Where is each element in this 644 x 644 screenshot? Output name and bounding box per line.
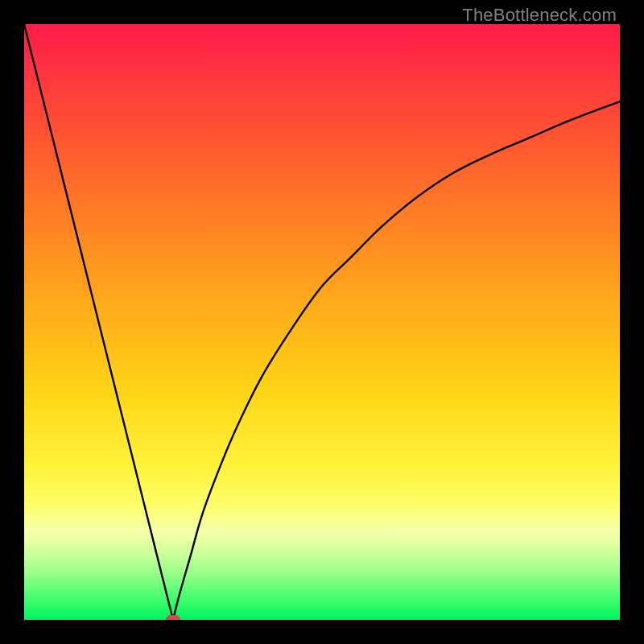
bottleneck-marker <box>166 615 180 620</box>
chart-frame: TheBottleneck.com <box>0 0 644 644</box>
plot-area <box>24 24 620 620</box>
curve-svg <box>24 24 620 620</box>
curve-right-branch <box>173 101 620 620</box>
curve-left-branch <box>24 24 173 620</box>
watermark-text: TheBottleneck.com <box>462 5 617 26</box>
